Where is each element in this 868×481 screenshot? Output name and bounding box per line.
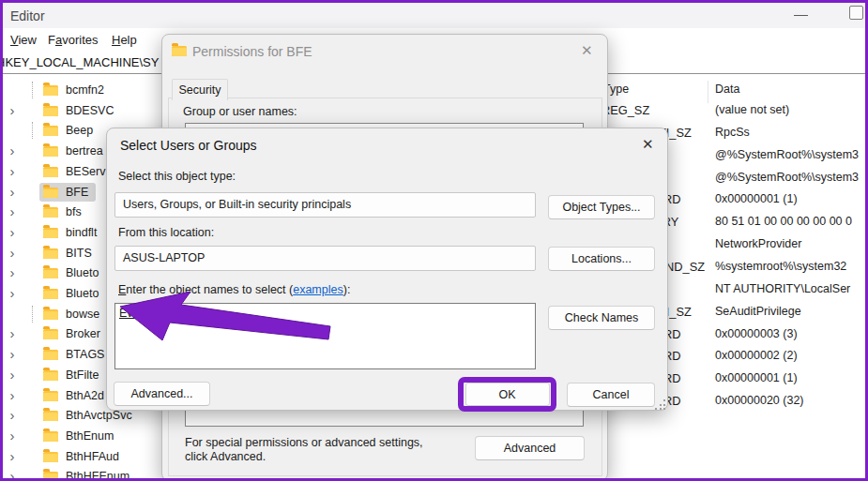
title-bar: Editor: [3, 3, 865, 28]
folder-icon: [43, 85, 58, 96]
object-types-button[interactable]: Object Types...: [548, 195, 655, 219]
value-data: (value not set): [715, 103, 789, 116]
value-data: 0x00000001 (1): [715, 371, 798, 384]
screenshot: Editor View Favorites Help HKEY_LOCAL_MA…: [0, 0, 868, 481]
tree-item-label: BthHFAud: [66, 450, 119, 463]
advanced-search-button[interactable]: Advanced...: [114, 382, 210, 406]
value-data: @%SystemRoot%\system3: [715, 148, 859, 161]
tab-security[interactable]: Security: [172, 79, 228, 100]
group-names-label: Group or user names:: [183, 105, 297, 118]
select-users-dialog-title: Select Users or Groups: [120, 138, 257, 153]
object-type-field: Users, Groups, or Built-in security prin…: [114, 192, 536, 218]
value-data: 0x00000003 (3): [715, 327, 798, 340]
maximize-icon[interactable]: [849, 6, 863, 20]
value-data: 0x00000002 (2): [715, 349, 798, 362]
ok-highlight-annotation: OK: [458, 377, 556, 412]
tree-item-label: BthHFEnum: [66, 470, 129, 481]
advanced-button[interactable]: Advanced: [475, 436, 585, 460]
column-separator[interactable]: [708, 81, 708, 103]
tree-item-label: BthEnum: [66, 429, 114, 443]
value-data: 80 51 01 00 00 00 00 00 0: [715, 215, 852, 228]
enter-object-names-label: Enter the object names to select (exampl…: [118, 283, 350, 296]
minimize-icon[interactable]: [794, 15, 808, 16]
value-data: NT AUTHORITY\LocalSer: [715, 282, 850, 295]
cancel-button[interactable]: Cancel: [567, 383, 655, 407]
chevron-right-icon[interactable]: ›: [6, 428, 19, 444]
column-header-data[interactable]: Data: [715, 83, 739, 103]
folder-icon: [43, 472, 58, 481]
folder-icon: [43, 452, 58, 462]
tree-guide-dots: [32, 82, 33, 98]
permissions-dialog-title: Permissions for BFE: [192, 44, 312, 59]
value-data: 0x00000001 (1): [715, 192, 798, 205]
examples-link[interactable]: examples: [293, 283, 343, 296]
object-names-input[interactable]: Everyone: [114, 303, 536, 369]
value-data: %systemroot%\system32: [715, 260, 846, 273]
value-data: NetworkProvider: [715, 237, 801, 250]
menu-favorites[interactable]: Favorites: [48, 33, 98, 47]
value-data: RpcSs: [715, 126, 750, 139]
object-names-value: Everyone: [119, 307, 169, 320]
object-type-label: Select this object type:: [118, 170, 236, 183]
location-field: ASUS-LAPTOP: [114, 246, 536, 271]
resize-grip-icon[interactable]: [655, 399, 665, 410]
ok-button[interactable]: OK: [465, 383, 550, 406]
folder-icon: [43, 431, 58, 442]
menu-help[interactable]: Help: [112, 33, 137, 47]
menu-view[interactable]: View: [10, 33, 37, 47]
tree-item-label: bcmfn2: [66, 83, 104, 97]
value-type: REG_SZ: [602, 103, 649, 117]
value-data: @%SystemRoot%\system3: [715, 171, 859, 184]
close-icon[interactable]: ✕: [642, 137, 654, 152]
check-names-button[interactable]: Check Names: [548, 306, 655, 330]
select-users-dialog: Select Users or Groups ✕ Select this obj…: [106, 128, 668, 411]
window-title: Editor: [10, 8, 45, 23]
special-permissions-note: For special permissions or advanced sett…: [185, 436, 423, 464]
value-data: 0x00000020 (32): [715, 394, 804, 407]
locations-button[interactable]: Locations...: [548, 247, 655, 271]
close-icon[interactable]: ✕: [581, 43, 593, 58]
chevron-right-icon[interactable]: ›: [6, 468, 19, 481]
registry-path: HKEY_LOCAL_MACHINE\SY: [0, 55, 159, 69]
chevron-right-icon[interactable]: ›: [6, 448, 19, 465]
value-data: SeAuditPrivilege: [715, 305, 801, 318]
from-location-label: From this location:: [118, 226, 214, 239]
text-caret: [170, 307, 171, 319]
